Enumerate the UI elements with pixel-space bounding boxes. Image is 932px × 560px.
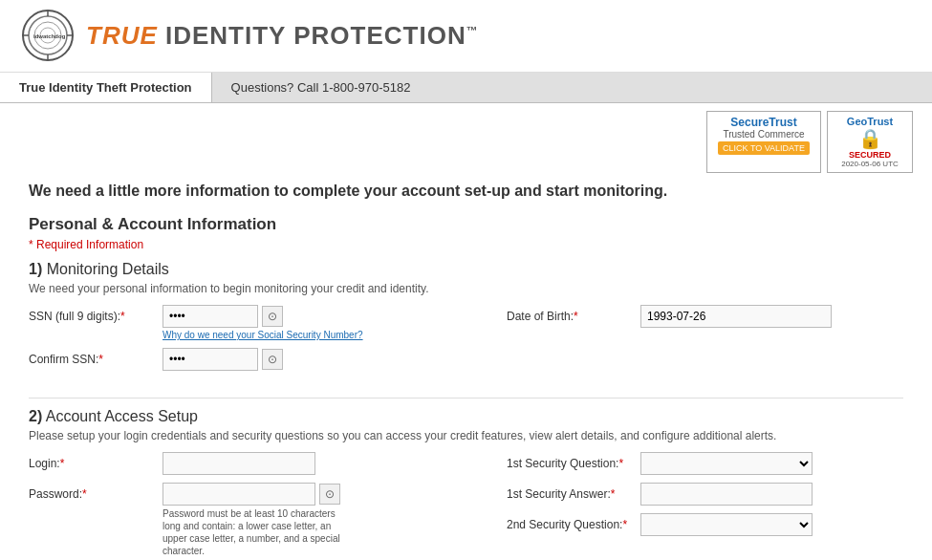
confirm-ssn-group: Confirm SSN:* ⊙ [29,348,488,371]
section-title: Personal & Account Information [29,215,903,234]
security-q1-label: 1st Security Question:* [507,452,640,470]
dob-group: Date of Birth:* [507,305,903,328]
account-form-row: Login:* Password:* ⊙ [29,452,903,560]
account-left: Login:* Password:* ⊙ [29,452,488,560]
login-group: Login:* [29,452,488,475]
monitoring-desc: We need your personal information to beg… [29,282,903,295]
security-q1-select[interactable] [640,452,813,475]
nav-item-phone: Questions? Call 1-800-970-5182 [212,73,430,102]
monitoring-left: SSN (full 9 digits):* ⊙ Why do we need y… [29,305,488,378]
password-input[interactable] [163,483,315,506]
nav-bar: True Identity Theft Protection Questions… [0,73,932,103]
account-section: 2) Account Access Setup Please setup you… [29,408,903,560]
ssn-group: SSN (full 9 digits):* ⊙ Why do we need y… [29,305,488,340]
geotrust-badge[interactable]: GeoTrust 🔒 SECURED 2020-05-06 UTC [827,111,913,173]
security-q2-group: 2nd Security Question:* [507,513,903,536]
geotrust-secured: SECURED [849,150,891,160]
confirm-ssn-reveal-btn[interactable]: ⊙ [262,349,283,370]
account-desc: Please setup your login credentials and … [29,429,903,442]
confirm-ssn-input[interactable] [163,348,258,371]
logo-icon: idwatchdog [19,10,76,62]
security-q1-group: 1st Security Question:* [507,452,903,475]
security-a1-group: 1st Security Answer:* [507,483,903,506]
geotrust-date: 2020-05-06 UTC [841,160,899,168]
account-heading: 2) Account Access Setup [29,408,903,425]
account-right: 1st Security Question:* 1st Security Ans… [488,452,903,544]
security-q2-select[interactable] [640,513,813,536]
ssn-reveal-btn[interactable]: ⊙ [262,306,283,327]
svg-text:idwatchdog: idwatchdog [33,33,66,39]
ssn-hint[interactable]: Why do we need your Social Security Numb… [163,330,363,340]
securetrust-validate-btn[interactable]: CLICK TO VALIDATE [718,141,810,155]
nav-item-theft-protection[interactable]: True Identity Theft Protection [0,73,212,102]
securetrust-title: SecureTrust [730,116,796,129]
dob-label: Date of Birth:* [507,305,640,323]
main-content: We need a little more information to com… [0,173,932,560]
badges-area: SecureTrust Trusted Commerce CLICK TO VA… [0,103,932,173]
security-a1-label: 1st Security Answer:* [507,483,640,501]
dob-input[interactable] [640,305,832,328]
lock-icon: 🔒 [858,127,882,150]
ssn-input-wrap: ⊙ Why do we need your Social Security Nu… [163,305,363,340]
monitoring-heading: 1) Monitoring Details [29,261,903,278]
security-a1-input[interactable] [640,483,813,506]
monitoring-right: Date of Birth:* [488,305,903,335]
securetrust-subtitle: Trusted Commerce [723,129,804,140]
password-group: Password:* ⊙ Password must be at least 1… [29,483,488,557]
confirm-ssn-label: Confirm SSN:* [29,348,163,366]
login-input[interactable] [163,452,315,475]
securetrust-badge[interactable]: SecureTrust Trusted Commerce CLICK TO VA… [706,111,821,173]
logo-area: idwatchdog TRUE IDENTITY PROTECTION™ [19,10,479,62]
geotrust-title: GeoTrust [847,116,893,127]
header: idwatchdog TRUE IDENTITY PROTECTION™ [0,0,932,73]
ssn-input[interactable] [163,305,258,328]
brand-title: TRUE IDENTITY PROTECTION™ [86,21,479,51]
monitoring-section: 1) Monitoring Details We need your perso… [29,261,903,378]
section-divider [29,398,903,398]
login-label: Login:* [29,452,163,470]
required-info-label: * Required Information [29,238,903,251]
security-q2-label: 2nd Security Question:* [507,513,640,531]
password-reveal-btn[interactable]: ⊙ [319,484,340,505]
ssn-label: SSN (full 9 digits):* [29,305,163,323]
headline: We need a little more information to com… [29,183,903,200]
monitoring-form-row: SSN (full 9 digits):* ⊙ Why do we need y… [29,305,903,378]
password-hint: Password must be at least 10 characters … [163,507,354,557]
password-label: Password:* [29,483,163,501]
